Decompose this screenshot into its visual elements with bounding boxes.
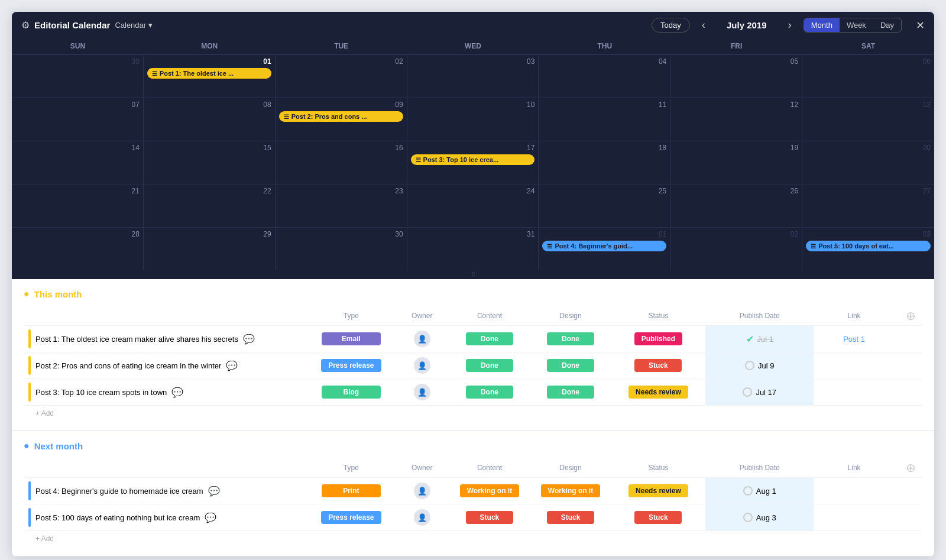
cal-cell-1-5[interactable]: 12 bbox=[670, 98, 802, 141]
month-view-button[interactable]: Month bbox=[804, 18, 840, 32]
cal-cell-4-3[interactable]: 31 bbox=[407, 228, 539, 270]
cal-cell-1-6[interactable]: 13 bbox=[802, 98, 934, 141]
comment-icon[interactable]: 💬 bbox=[205, 512, 216, 523]
post-title: Post 5: 100 days of eating nothing but i… bbox=[35, 513, 200, 522]
content-badge[interactable]: Working on it bbox=[460, 484, 519, 497]
cal-cell-0-1[interactable]: 01☰Post 1: The oldest ice ... bbox=[144, 55, 276, 98]
add-row[interactable]: + Add bbox=[24, 406, 922, 422]
cal-cell-2-2[interactable]: 16 bbox=[276, 141, 407, 184]
cal-cell-3-1[interactable]: 22 bbox=[144, 184, 276, 227]
circle-icon bbox=[743, 513, 753, 522]
design-badge[interactable]: Done bbox=[547, 359, 594, 372]
next-col-content-header: Content bbox=[449, 458, 530, 478]
post-title-cell: Post 4: Beginner's guide to homemade ice… bbox=[28, 481, 303, 500]
cal-cell-3-6[interactable]: 27 bbox=[802, 184, 934, 227]
week-view-button[interactable]: Week bbox=[840, 18, 873, 32]
comment-icon[interactable]: 💬 bbox=[171, 387, 183, 398]
type-badge[interactable]: Email bbox=[322, 332, 381, 345]
cal-event[interactable]: ☰Post 3: Top 10 ice crea... bbox=[411, 154, 535, 165]
post-title-cell: Post 5: 100 days of eating nothing but i… bbox=[28, 508, 303, 527]
status-badge[interactable]: Needs review bbox=[628, 484, 688, 497]
day-sat: Sat bbox=[802, 38, 934, 54]
cal-event[interactable]: ☰Post 1: The oldest ice ... bbox=[147, 68, 271, 79]
cal-cell-4-6[interactable]: 03☰Post 5: 100 days of eat... bbox=[802, 228, 934, 270]
cal-cell-1-2[interactable]: 09☰Post 2: Pros and cons ... bbox=[276, 98, 407, 141]
cal-cell-0-5[interactable]: 05 bbox=[670, 55, 802, 98]
add-row-label[interactable]: + Add bbox=[28, 535, 54, 543]
cal-cell-0-0[interactable]: 30 bbox=[12, 55, 144, 98]
add-column-button[interactable]: ⊕ bbox=[906, 309, 916, 323]
status-badge[interactable]: Stuck bbox=[634, 359, 682, 372]
type-badge[interactable]: Print bbox=[322, 484, 381, 497]
publish-date-value: Jul 17 bbox=[756, 388, 776, 397]
cal-cell-3-5[interactable]: 26 bbox=[670, 184, 802, 227]
cal-date-number: 05 bbox=[674, 57, 798, 66]
cal-cell-4-2[interactable]: 30 bbox=[276, 228, 407, 270]
cal-cell-3-3[interactable]: 24 bbox=[407, 184, 539, 227]
cal-cell-0-4[interactable]: 04 bbox=[539, 55, 670, 98]
status-badge[interactable]: Stuck bbox=[634, 511, 682, 524]
post-link[interactable]: Post 1 bbox=[843, 335, 865, 344]
cal-cell-1-1[interactable]: 08 bbox=[144, 98, 276, 141]
next-month-button[interactable]: › bbox=[783, 18, 796, 33]
content-badge[interactable]: Done bbox=[466, 359, 513, 372]
cal-event[interactable]: ☰Post 4: Beginner's guid... bbox=[542, 241, 666, 251]
design-badge[interactable]: Done bbox=[547, 386, 594, 399]
resize-handle[interactable]: ⠿ bbox=[12, 270, 934, 279]
type-badge[interactable]: Press release bbox=[321, 511, 381, 524]
calendar-icon: ☰ bbox=[284, 114, 289, 120]
next-col-add-header: ⊕ bbox=[895, 458, 922, 478]
calendar-icon: ☰ bbox=[811, 243, 816, 250]
design-badge[interactable]: Working on it bbox=[541, 484, 600, 497]
cal-cell-4-5[interactable]: 02 bbox=[670, 228, 802, 270]
cal-cell-0-2[interactable]: 02 bbox=[276, 55, 407, 98]
content-badge[interactable]: Done bbox=[466, 332, 513, 345]
add-row-label[interactable]: + Add bbox=[28, 409, 54, 417]
cal-cell-2-4[interactable]: 18 bbox=[539, 141, 670, 184]
status-badge[interactable]: Published bbox=[634, 332, 682, 345]
day-view-button[interactable]: Day bbox=[873, 18, 901, 32]
cal-date-number: 02 bbox=[674, 230, 798, 238]
type-badge[interactable]: Blog bbox=[322, 386, 381, 399]
gear-icon: ⚙ bbox=[21, 20, 30, 31]
status-badge[interactable]: Needs review bbox=[628, 386, 688, 399]
cal-cell-4-0[interactable]: 28 bbox=[12, 228, 144, 270]
comment-icon[interactable]: 💬 bbox=[243, 334, 255, 345]
cal-cell-3-4[interactable]: 25 bbox=[539, 184, 670, 227]
design-badge[interactable]: Stuck bbox=[547, 511, 594, 524]
cal-event[interactable]: ☰Post 5: 100 days of eat... bbox=[806, 241, 931, 251]
calendar-dropdown[interactable]: Calendar ▾ bbox=[115, 21, 153, 30]
comment-icon[interactable]: 💬 bbox=[208, 485, 220, 497]
close-button[interactable]: ✕ bbox=[916, 19, 925, 32]
content-badge[interactable]: Stuck bbox=[466, 511, 513, 524]
cal-event[interactable]: ☰Post 2: Pros and cons ... bbox=[279, 111, 403, 122]
cal-date-number: 27 bbox=[806, 187, 931, 195]
next-col-design-header: Design bbox=[530, 458, 611, 478]
comment-icon[interactable]: 💬 bbox=[226, 360, 238, 371]
cal-cell-4-1[interactable]: 29 bbox=[144, 228, 276, 270]
cal-cell-2-6[interactable]: 20 bbox=[802, 141, 934, 184]
cal-cell-1-3[interactable]: 10 bbox=[407, 98, 539, 141]
cal-cell-1-0[interactable]: 07 bbox=[12, 98, 144, 141]
cal-cell-0-6[interactable]: 06 bbox=[802, 55, 934, 98]
design-badge[interactable]: Done bbox=[547, 332, 594, 345]
content-badge[interactable]: Done bbox=[466, 386, 513, 399]
add-row[interactable]: + Add bbox=[24, 531, 922, 547]
row-indicator bbox=[28, 481, 31, 500]
cal-date-number: 30 bbox=[279, 230, 403, 238]
today-button[interactable]: Today bbox=[652, 18, 690, 33]
calendar-weeks: 3001☰Post 1: The oldest ice ...020304050… bbox=[12, 54, 934, 270]
cal-cell-3-0[interactable]: 21 bbox=[12, 184, 144, 227]
cal-cell-2-1[interactable]: 15 bbox=[144, 141, 276, 184]
cal-cell-2-0[interactable]: 14 bbox=[12, 141, 144, 184]
cal-cell-0-3[interactable]: 03 bbox=[407, 55, 539, 98]
cal-cell-2-5[interactable]: 19 bbox=[670, 141, 802, 184]
cal-cell-3-2[interactable]: 23 bbox=[276, 184, 407, 227]
prev-month-button[interactable]: ‹ bbox=[697, 18, 710, 33]
cal-cell-4-4[interactable]: 01☰Post 4: Beginner's guid... bbox=[539, 228, 670, 270]
next-add-column-button[interactable]: ⊕ bbox=[906, 461, 916, 475]
cal-cell-2-3[interactable]: 17☰Post 3: Top 10 ice crea... bbox=[407, 141, 539, 184]
cal-cell-1-4[interactable]: 11 bbox=[539, 98, 670, 141]
type-badge[interactable]: Press release bbox=[321, 359, 381, 372]
cal-date-number: 26 bbox=[674, 187, 798, 195]
